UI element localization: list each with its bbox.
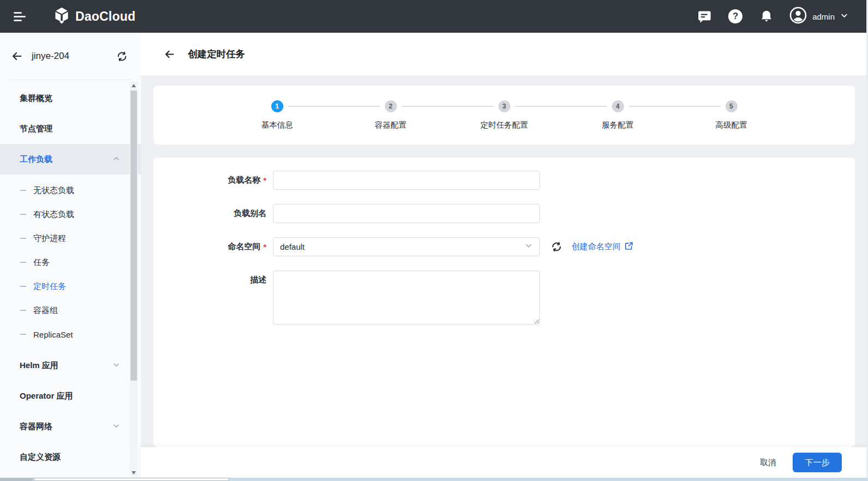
namespace-label: 命名空间 (228, 242, 260, 252)
next-step-button[interactable]: 下一步 (793, 453, 842, 472)
step-service-config[interactable]: 4 服务配置 (561, 100, 675, 130)
sidebar-item-workloads[interactable]: 工作负载 (0, 144, 141, 175)
dash-icon (20, 334, 26, 335)
top-navbar: DaoCloud ? (0, 0, 868, 33)
daocloud-cube-icon (53, 7, 70, 26)
sidebar-scrollbar[interactable] (130, 82, 138, 477)
namespace-row: 命名空间 * default (153, 237, 855, 256)
namespace-select[interactable]: default (273, 237, 540, 256)
description-label: 描述 (250, 275, 266, 285)
hamburger-menu-icon[interactable] (14, 11, 27, 21)
username-label: admin (812, 12, 835, 21)
refresh-namespaces-icon[interactable] (551, 241, 562, 252)
brand-logo[interactable]: DaoCloud (53, 7, 135, 26)
messages-icon[interactable] (696, 8, 712, 25)
chevron-up-icon (112, 155, 120, 164)
workload-name-row: 负载名称 * (153, 171, 855, 190)
workload-name-label: 负载名称 (228, 175, 260, 185)
namespace-selected-value: default (280, 242, 525, 251)
dash-icon (20, 190, 26, 191)
sidebar-item-statefulsets[interactable]: 有状态负载 (0, 202, 141, 226)
dash-icon (20, 238, 26, 239)
workload-name-input[interactable] (273, 171, 540, 190)
cancel-button[interactable]: 取消 (760, 458, 776, 468)
sidebar-item-cluster-overview[interactable]: 集群概览 (0, 83, 141, 113)
select-chevron-down-icon (525, 242, 533, 252)
sidebar-item-replicasets[interactable]: ReplicaSet (0, 322, 141, 346)
sidebar-nav: 集群概览 节点管理 工作负载 无状态负载 有状态负载 守护进程 (0, 80, 141, 472)
chevron-down-icon (840, 11, 848, 22)
workload-alias-label: 负载别名 (234, 208, 266, 219)
switch-cluster-icon[interactable] (116, 51, 128, 62)
wizard-stepper: 1 基本信息 2 容器配置 3 定时任务配置 4 服务配置 5 高级配置 (153, 86, 855, 145)
user-menu[interactable]: admin (789, 7, 848, 26)
step-container-config[interactable]: 2 容器配置 (334, 100, 448, 130)
dash-icon (20, 214, 26, 215)
step-cronjob-config[interactable]: 3 定时任务配置 (448, 100, 561, 130)
sidebar-item-jobs[interactable]: 任务 (0, 250, 141, 274)
scrollbar-thumb[interactable] (130, 91, 137, 381)
description-row: 描述 (153, 270, 855, 324)
cluster-header: jinye-204 (0, 33, 141, 80)
notifications-bell-icon[interactable] (758, 8, 775, 25)
dash-icon (20, 310, 26, 311)
wizard-footer: 取消 下一步 (141, 447, 868, 478)
sidebar-item-container-network[interactable]: 容器网络 (0, 411, 141, 442)
sidebar-item-deployments[interactable]: 无状态负载 (0, 178, 141, 202)
horizontal-scrollbar-thumb[interactable] (34, 478, 229, 481)
sidebar-item-pods[interactable]: 容器组 (0, 298, 141, 322)
main-area: 创建定时任务 1 基本信息 2 容器配置 3 定时任务配置 4 服 (141, 33, 868, 478)
scroll-down-icon[interactable] (130, 469, 138, 477)
sidebar-item-operator-apps[interactable]: Operator 应用 (0, 381, 141, 411)
workload-alias-input[interactable] (273, 204, 540, 223)
sidebar-item-helm-apps[interactable]: Helm 应用 (0, 350, 141, 381)
content-area: 1 基本信息 2 容器配置 3 定时任务配置 4 服务配置 5 高级配置 (141, 75, 868, 478)
description-textarea[interactable] (273, 270, 540, 324)
sidebar-item-daemonsets[interactable]: 守护进程 (0, 226, 141, 250)
workload-alias-row: 负载别名 (153, 204, 855, 223)
dash-icon (20, 262, 26, 263)
chevron-down-icon (112, 422, 120, 431)
basic-info-form: 负载名称 * 负载别名 命名空间 * default (153, 158, 855, 447)
sidebar: jinye-204 集群概览 节点管理 工作负载 无状态负 (0, 33, 141, 478)
cluster-name: jinye-204 (32, 51, 108, 62)
workload-submenu: 无状态负载 有状态负载 守护进程 任务 定时任务 容器组 (0, 175, 141, 350)
create-namespace-link[interactable]: 创建命名空间 (572, 242, 633, 252)
step-basic-info[interactable]: 1 基本信息 (221, 100, 334, 130)
back-arrow-icon[interactable] (164, 49, 175, 60)
help-icon[interactable]: ? (727, 8, 744, 25)
page-title: 创建定时任务 (188, 47, 245, 61)
scroll-up-icon[interactable] (130, 82, 138, 89)
dash-icon (20, 286, 26, 287)
step-advanced-config[interactable]: 5 高级配置 (675, 100, 788, 130)
window-horizontal-scrollbar[interactable] (0, 478, 868, 481)
page-header: 创建定时任务 (141, 33, 868, 75)
chevron-down-icon (112, 361, 120, 370)
avatar-icon (789, 7, 807, 26)
sidebar-item-custom-resources[interactable]: 自定义资源 (0, 442, 141, 472)
external-link-icon (625, 242, 633, 252)
brand-name: DaoCloud (75, 9, 135, 24)
required-marker: * (263, 242, 266, 251)
sidebar-item-cronjobs[interactable]: 定时任务 (0, 274, 141, 298)
scrollbar-corner (0, 478, 33, 481)
required-marker: * (263, 176, 266, 185)
back-arrow-icon[interactable] (11, 50, 23, 62)
sidebar-item-node-management[interactable]: 节点管理 (0, 113, 141, 144)
